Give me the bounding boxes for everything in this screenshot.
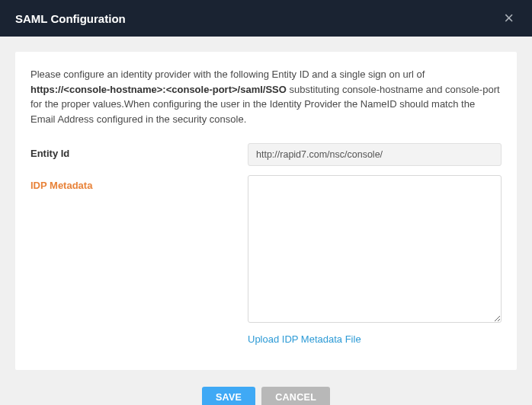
description-text: Please configure an identity provider wi…	[30, 67, 502, 126]
idp-metadata-label: IDP Metadata	[30, 175, 248, 191]
modal-body-wrapper: Please configure an identity provider wi…	[0, 37, 532, 378]
entity-id-row: Entity Id	[30, 143, 502, 166]
close-button[interactable]: ×	[501, 10, 517, 27]
close-icon: ×	[504, 8, 514, 27]
description-url: https://<console-hostname>:<console-port…	[30, 84, 287, 95]
upload-idp-link[interactable]: Upload IDP Metadata File	[248, 333, 361, 345]
idp-metadata-row: IDP Metadata Upload IDP Metadata File	[30, 175, 502, 346]
idp-metadata-textarea[interactable]	[248, 175, 502, 323]
entity-id-control	[248, 143, 502, 166]
entity-id-input[interactable]	[248, 143, 502, 166]
description-part1: Please configure an identity provider wi…	[30, 69, 425, 80]
save-button[interactable]: SAVE	[202, 387, 255, 405]
modal-title: SAML Configuration	[15, 12, 126, 25]
modal-header: SAML Configuration ×	[0, 0, 532, 37]
idp-metadata-control: Upload IDP Metadata File	[248, 175, 502, 346]
modal-body: Please configure an identity provider wi…	[15, 52, 517, 370]
modal-footer: SAVE CANCEL	[0, 378, 532, 405]
entity-id-label: Entity Id	[30, 143, 248, 159]
cancel-button[interactable]: CANCEL	[261, 387, 330, 405]
